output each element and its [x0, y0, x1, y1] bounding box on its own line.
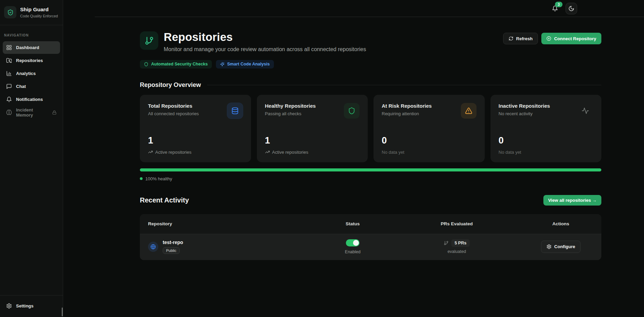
notifications-button[interactable]: 3 [549, 3, 561, 14]
activity-icon [577, 103, 593, 119]
section-title: Repository Overview [140, 81, 201, 89]
app-logo: Ship Guard Code Quality Enforced [0, 0, 63, 25]
table-header-row: Repository Status PRs Evaluated Actions [140, 214, 601, 234]
card-footer: Active repositories [265, 150, 360, 155]
card-footer-label: No data yet [382, 150, 405, 155]
repository-name[interactable]: test-repo [163, 240, 183, 245]
section-title: Recent Activity [140, 196, 189, 204]
sidebar-item-label: Repositories [16, 58, 43, 63]
refresh-icon [509, 36, 513, 41]
section-divider [207, 85, 601, 85]
card-footer-label: No data yet [499, 150, 522, 155]
column-header-prs-evaluated: PRs Evaluated [385, 221, 528, 226]
bar-chart-icon [6, 71, 12, 76]
card-value: 1 [148, 136, 243, 145]
sidebar-nav: NAVIGATION Dashboard Repositories Analyt… [0, 25, 63, 122]
layout-grid-icon [6, 45, 12, 50]
health-dot-icon [140, 177, 143, 180]
recent-activity-table: Repository Status PRs Evaluated Actions … [140, 214, 601, 260]
column-header-status: Status [320, 221, 385, 226]
card-footer: No data yet [382, 150, 477, 155]
sidebar-item-label: Analytics [16, 71, 36, 76]
card-header-text: Total Repositories All connected reposit… [148, 103, 199, 116]
app-subtitle: Code Quality Enforced [20, 14, 58, 18]
page-subtitle: Monitor and manage your code review auto… [164, 46, 366, 52]
badge-automated-security-checks: Automated Security Checks [140, 60, 212, 69]
card-title: At Risk Repositories [382, 103, 432, 109]
view-all-repositories-button[interactable]: View all repositories → [543, 195, 601, 206]
stat-cards: Total Repositories All connected reposit… [140, 95, 601, 162]
sidebar: Ship Guard Code Quality Enforced NAVIGAT… [0, 0, 63, 317]
lock-icon [52, 110, 57, 115]
card-header-text: Inactive Repositories No recent activity [499, 103, 550, 116]
sidebar-footer: Settings [0, 295, 63, 317]
bell-icon [6, 96, 12, 102]
folder-git-icon [6, 58, 12, 63]
repository-overview-heading: Repository Overview [140, 81, 601, 89]
message-square-icon [6, 84, 12, 89]
main-area: 3 Repositories Monitor and manage your c… [63, 0, 644, 317]
refresh-button[interactable]: Refresh [503, 33, 538, 44]
page-header: Repositories Monitor and manage your cod… [140, 31, 601, 52]
sidebar-item-dashboard[interactable]: Dashboard [3, 41, 60, 54]
shield-check-icon [4, 6, 16, 18]
gear-icon [6, 303, 12, 309]
sidebar-item-analytics[interactable]: Analytics [3, 67, 60, 80]
prs-sub-label: evaluated [448, 249, 466, 254]
page-header-left: Repositories Monitor and manage your cod… [140, 31, 366, 52]
alert-triangle-icon [461, 103, 477, 119]
card-header: Total Repositories All connected reposit… [148, 103, 243, 119]
page-title: Repositories [164, 31, 366, 43]
visibility-badge: Public [163, 247, 180, 254]
prs-count-badge: 5 PRs [451, 239, 470, 247]
sidebar-item-notifications[interactable]: Notifications [3, 93, 60, 106]
health-legend: 100% healthy [140, 176, 601, 181]
card-title: Total Repositories [148, 103, 199, 109]
shield-icon [144, 62, 148, 66]
card-value: 1 [265, 136, 360, 145]
card-title: Healthy Repositories [265, 103, 316, 109]
sidebar-item-repositories[interactable]: Repositories [3, 54, 60, 67]
brain-icon [6, 109, 12, 115]
prs-evaluated-cell: 5 PRs evaluated [385, 239, 528, 254]
card-subtitle: Passing all checks [265, 111, 316, 116]
sidebar-item-chat[interactable]: Chat [3, 80, 60, 93]
feature-badges: Automated Security Checks Smart Code Ana… [140, 60, 601, 69]
sparkles-icon [220, 62, 224, 66]
card-title: Inactive Repositories [499, 103, 550, 109]
repository-cell: test-repo Public [148, 240, 320, 254]
app-logo-text: Ship Guard Code Quality Enforced [20, 6, 58, 18]
stat-card-inactive-repositories: Inactive Repositories No recent activity… [491, 95, 602, 162]
page-header-actions: Refresh Connect Repository [503, 33, 601, 44]
health-label: 100% healthy [145, 176, 172, 181]
recent-activity-heading: Recent Activity View all repositories → [140, 195, 601, 206]
configure-button[interactable]: Configure [541, 241, 581, 253]
sidebar-item-settings[interactable]: Settings [3, 300, 60, 312]
topbar: 3 [63, 0, 644, 17]
sidebar-item-incident-memory[interactable]: Incident Memory [3, 106, 60, 119]
git-branch-icon [444, 241, 449, 245]
card-header-text: At Risk Repositories Requiring attention [382, 103, 432, 116]
card-footer-label: Active repositories [272, 150, 308, 155]
card-header: Healthy Repositories Passing all checks [265, 103, 360, 119]
sidebar-item-label: Settings [16, 303, 33, 308]
badge-label: Automated Security Checks [151, 62, 208, 66]
card-value: 0 [382, 136, 477, 145]
git-branch-icon [140, 31, 158, 50]
page-content: Repositories Monitor and manage your cod… [63, 17, 644, 260]
badge-smart-code-analysis: Smart Code Analysis [216, 60, 274, 69]
stat-card-at-risk-repositories: At Risk Repositories Requiring attention… [374, 95, 485, 162]
theme-toggle-button[interactable] [566, 3, 577, 14]
sidebar-scrollbar[interactable] [62, 307, 63, 316]
stat-card-total-repositories: Total Repositories All connected reposit… [140, 95, 251, 162]
card-header: Inactive Repositories No recent activity [499, 103, 594, 119]
column-header-actions: Actions [528, 221, 593, 226]
connect-repository-button-label: Connect Repository [554, 36, 596, 41]
card-subtitle: No recent activity [499, 111, 550, 116]
sidebar-item-label: Chat [16, 84, 26, 89]
toggle-knob [353, 240, 359, 246]
status-toggle[interactable] [346, 239, 360, 246]
card-subtitle: Requiring attention [382, 111, 432, 116]
connect-repository-button[interactable]: Connect Repository [541, 33, 601, 44]
card-footer: No data yet [499, 150, 594, 155]
